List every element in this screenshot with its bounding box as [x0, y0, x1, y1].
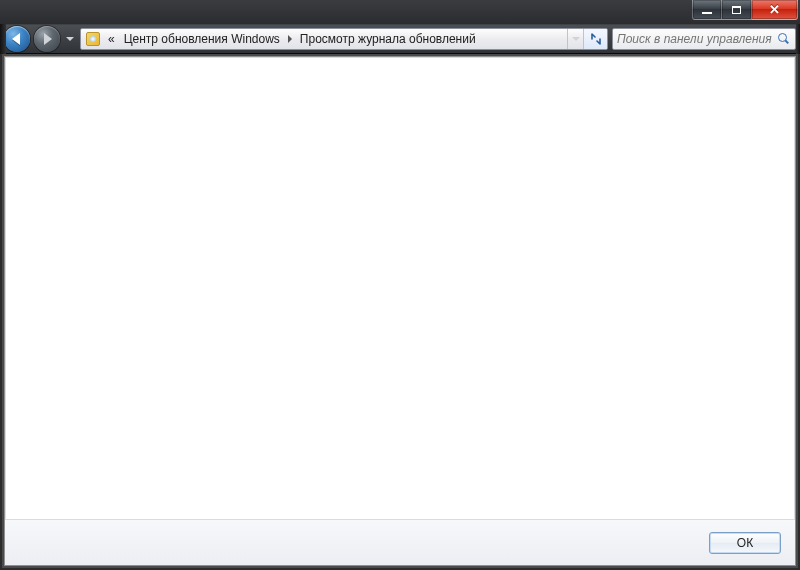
- navbar: « Центр обновления Windows Просмотр журн…: [0, 24, 800, 54]
- maximize-button[interactable]: [722, 0, 752, 20]
- caption-buttons: ✕: [692, 0, 798, 20]
- arrow-right-icon: [44, 33, 52, 45]
- update-history-content: [5, 57, 795, 519]
- breadcrumb-overflow[interactable]: «: [105, 32, 118, 46]
- window-client: ОК: [2, 54, 798, 568]
- minimize-button[interactable]: [692, 0, 722, 20]
- refresh-button[interactable]: [583, 29, 607, 49]
- maximize-icon: [732, 6, 741, 14]
- chevron-right-icon: [288, 35, 292, 43]
- search-box[interactable]: [612, 28, 796, 50]
- search-icon: [777, 32, 791, 46]
- windows-update-icon: [86, 32, 100, 46]
- window-frame: ОК: [0, 54, 800, 570]
- search-input[interactable]: [617, 32, 777, 46]
- ok-button-label: ОК: [737, 536, 753, 550]
- chevron-down-icon: [66, 37, 74, 41]
- breadcrumb-segment[interactable]: Просмотр журнала обновлений: [294, 29, 482, 49]
- content-panel: ОК: [4, 56, 796, 566]
- breadcrumb-segment[interactable]: Центр обновления Windows: [118, 29, 286, 49]
- forward-button[interactable]: [34, 26, 60, 52]
- minimize-icon: [702, 12, 712, 14]
- address-history-dropdown[interactable]: [567, 29, 583, 49]
- close-icon: ✕: [769, 3, 780, 16]
- arrow-left-icon: [12, 33, 20, 45]
- location-icon: [84, 30, 102, 48]
- ok-button[interactable]: ОК: [709, 532, 781, 554]
- address-bar[interactable]: « Центр обновления Windows Просмотр журн…: [80, 28, 608, 50]
- footer: ОК: [5, 519, 795, 565]
- recent-locations-dropdown[interactable]: [64, 28, 76, 50]
- titlebar: ✕: [0, 0, 800, 24]
- close-button[interactable]: ✕: [752, 0, 798, 20]
- chevron-down-icon: [572, 37, 580, 41]
- refresh-icon: [590, 33, 602, 45]
- back-button[interactable]: [4, 26, 30, 52]
